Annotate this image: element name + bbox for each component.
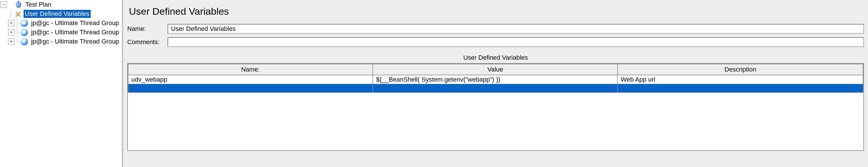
table-row-selected-empty[interactable]: [128, 84, 863, 92]
main-pane: User Defined Variables Name: Comments: U…: [123, 0, 868, 167]
column-header-description[interactable]: Description: [618, 64, 863, 75]
flask-icon: [14, 1, 23, 9]
cell-description[interactable]: Web App url: [618, 75, 863, 84]
column-header-value[interactable]: Value: [373, 64, 618, 75]
tree-node-label: Test Plan: [24, 1, 53, 9]
tree-node-label: jp@gc - Ultimate Thread Group: [30, 37, 120, 46]
tree-node-thread-group-1[interactable]: + jp@gc - Ultimate Thread Group: [0, 19, 122, 28]
name-row: Name:: [123, 22, 868, 35]
cell-value[interactable]: ${__BeanShell( System.getenv("webapp") )…: [373, 75, 618, 84]
app-root: − Test Plan User Defined Variables + jp@…: [0, 0, 868, 167]
variables-table-wrap: Name: Value Description udv_webapp ${__B…: [127, 63, 864, 151]
gear-icon: [20, 19, 28, 27]
table-header-row: Name: Value Description: [128, 64, 863, 75]
tree-node-label: jp@gc - Ultimate Thread Group: [30, 28, 120, 36]
cell-name[interactable]: udv_webapp: [128, 75, 373, 84]
tools-icon: [14, 10, 22, 18]
comments-label: Comments:: [127, 38, 167, 46]
tree-node-thread-group-3[interactable]: + jp@gc - Ultimate Thread Group: [0, 37, 122, 46]
comments-row: Comments:: [123, 35, 868, 49]
expand-icon[interactable]: +: [8, 20, 14, 26]
variables-table: Name: Value Description udv_webapp ${__B…: [128, 64, 863, 92]
tree-node-user-defined-variables[interactable]: User Defined Variables: [0, 9, 122, 19]
name-input[interactable]: [167, 24, 864, 34]
tree-pane: − Test Plan User Defined Variables + jp@…: [0, 0, 123, 167]
tree-node-test-plan[interactable]: − Test Plan: [0, 0, 122, 9]
table-section-title: User Defined Variables: [123, 49, 868, 63]
column-header-name[interactable]: Name:: [128, 64, 373, 75]
tree-node-label: User Defined Variables: [24, 10, 91, 18]
tree-node-label: jp@gc - Ultimate Thread Group: [30, 19, 120, 27]
collapse-icon[interactable]: −: [1, 1, 7, 8]
panel-title: User Defined Variables: [123, 0, 868, 22]
name-label: Name:: [127, 25, 167, 33]
comments-input[interactable]: [167, 37, 864, 47]
expand-icon[interactable]: +: [8, 38, 14, 45]
expand-icon[interactable]: +: [8, 29, 14, 35]
gear-icon: [20, 28, 28, 36]
gear-icon: [20, 37, 28, 46]
tree-node-thread-group-2[interactable]: + jp@gc - Ultimate Thread Group: [0, 28, 122, 37]
table-row[interactable]: udv_webapp ${__BeanShell( System.getenv(…: [128, 75, 863, 84]
